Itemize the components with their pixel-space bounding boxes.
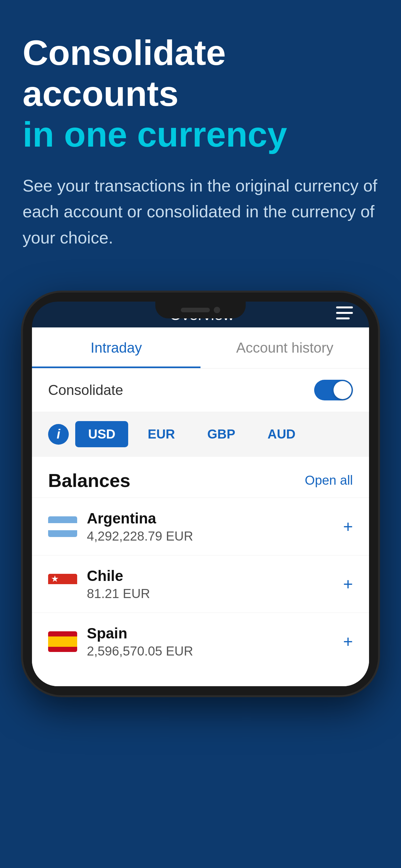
tabs-bar: Intraday Account history xyxy=(32,328,369,368)
tab-intraday[interactable]: Intraday xyxy=(32,328,201,368)
hero-section: Consolidate accounts in one currency See… xyxy=(0,0,401,270)
phone-mockup: Overview Intraday Account history xyxy=(0,292,401,721)
account-balance-spain: 2,596,570.05 EUR xyxy=(87,644,334,658)
menu-icon[interactable] xyxy=(336,306,353,322)
hero-title-line2: accounts xyxy=(23,73,378,114)
expand-chile[interactable]: + xyxy=(343,575,353,594)
hero-title-line1: Consolidate xyxy=(23,32,378,73)
currency-aud[interactable]: AUD xyxy=(255,421,309,447)
phone-screen: Intraday Account history Consolidate i U… xyxy=(32,328,369,686)
phone-notch xyxy=(155,302,246,318)
account-balance-chile: 81.21 EUR xyxy=(87,586,334,601)
hero-description: See your transactions in the original cu… xyxy=(23,173,378,251)
flag-argentina xyxy=(48,516,77,537)
account-item-chile: Chile 81.21 EUR + xyxy=(32,555,369,613)
phone-notch-area: Overview xyxy=(32,302,369,328)
info-icon[interactable]: i xyxy=(48,424,69,445)
expand-spain[interactable]: + xyxy=(343,632,353,651)
account-info-argentina: Argentina 4,292,228.79 EUR xyxy=(87,509,334,544)
balances-title: Balances xyxy=(48,469,130,491)
account-balance-argentina: 4,292,228.79 EUR xyxy=(87,529,334,544)
svg-rect-0 xyxy=(336,306,353,308)
account-item-spain: Spain 2,596,570.05 EUR + xyxy=(32,613,369,670)
notch-speaker xyxy=(181,308,210,312)
balances-header: Balances Open all xyxy=(32,457,369,498)
toggle-knob xyxy=(334,381,351,399)
consolidate-row: Consolidate xyxy=(32,368,369,412)
account-name-spain: Spain xyxy=(87,624,334,642)
currency-gbp[interactable]: GBP xyxy=(194,421,248,447)
account-name-argentina: Argentina xyxy=(87,509,334,527)
hero-title-line3: in one currency xyxy=(23,114,378,155)
account-item-argentina: Argentina 4,292,228.79 EUR + xyxy=(32,498,369,555)
expand-argentina[interactable]: + xyxy=(343,517,353,536)
consolidate-toggle[interactable] xyxy=(314,380,353,400)
phone-frame: Overview Intraday Account history xyxy=(23,292,378,695)
svg-rect-2 xyxy=(336,317,350,319)
open-all-link[interactable]: Open all xyxy=(305,473,353,488)
currency-eur[interactable]: EUR xyxy=(135,421,188,447)
account-info-chile: Chile 81.21 EUR xyxy=(87,567,334,601)
notch-camera xyxy=(214,307,220,313)
currency-usd[interactable]: USD xyxy=(75,421,128,447)
account-info-spain: Spain 2,596,570.05 EUR xyxy=(87,624,334,658)
svg-rect-1 xyxy=(336,312,353,314)
flag-spain xyxy=(48,631,77,652)
currency-bar: i USD EUR GBP AUD xyxy=(32,412,369,457)
tab-account-history[interactable]: Account history xyxy=(201,328,369,368)
flag-chile xyxy=(48,574,77,594)
account-name-chile: Chile xyxy=(87,567,334,585)
consolidate-label: Consolidate xyxy=(48,382,123,398)
